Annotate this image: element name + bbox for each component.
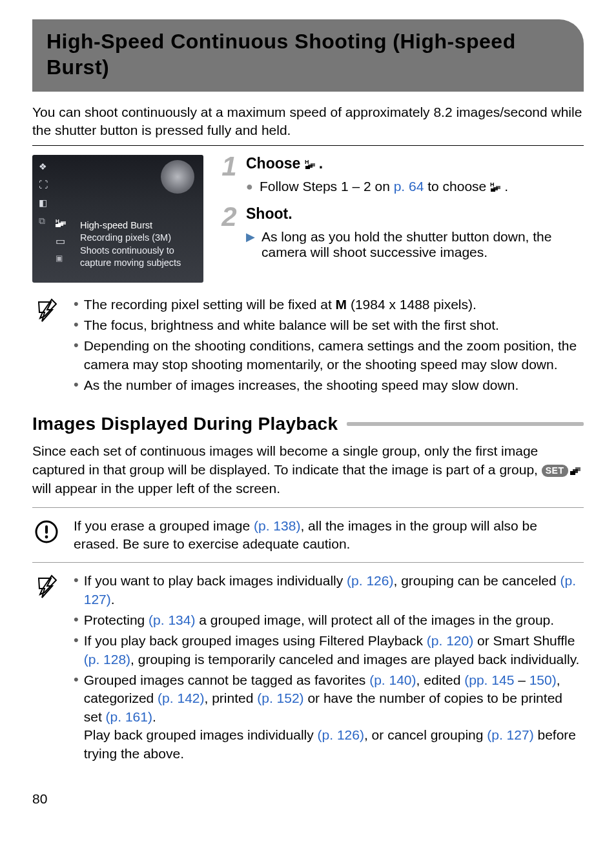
- note1-item1: The recording pixel setting will be fixe…: [84, 296, 584, 314]
- link-p127b[interactable]: (p. 127): [487, 727, 533, 742]
- step-2-body: As long as you hold the shutter button d…: [262, 229, 584, 260]
- link-p152[interactable]: (p. 152): [257, 691, 303, 705]
- camera-desc-3: capture moving subjects: [80, 257, 181, 270]
- note2-item3: If you play back grouped images using Fi…: [84, 632, 584, 669]
- caution-block: If you erase a grouped image (p. 138), a…: [32, 517, 584, 554]
- note2-item1: If you want to play back images individu…: [84, 572, 584, 609]
- burst-icon: H: [56, 217, 70, 228]
- step-number-2: 2: [218, 205, 241, 260]
- section2-paragraph: Since each set of continuous images will…: [32, 442, 584, 498]
- svg-rect-14: [575, 467, 580, 471]
- link-p142[interactable]: (p. 142): [158, 691, 204, 705]
- set-badge-icon: SET: [542, 465, 568, 477]
- camera-mode-label: High-speed Burst: [80, 219, 181, 232]
- bullet-icon: ●: [246, 179, 253, 195]
- note1-item3: Depending on the shooting conditions, ca…: [84, 337, 584, 374]
- pixel-icon: ▭: [56, 235, 70, 247]
- svg-text:H: H: [305, 159, 309, 165]
- note1-item4: As the number of images increases, the s…: [84, 376, 584, 394]
- intro-paragraph: You can shoot continuously at a maximum …: [32, 103, 584, 140]
- page-title-banner: High-Speed Continuous Shooting (High-spe…: [32, 19, 584, 92]
- link-p120[interactable]: (p. 120): [427, 633, 473, 648]
- divider: [32, 507, 584, 508]
- section-heading: Images Displayed During Playback: [32, 414, 584, 434]
- svg-rect-11: [496, 186, 500, 189]
- link-p128[interactable]: (p. 128): [84, 652, 130, 667]
- link-150[interactable]: 150): [529, 672, 557, 687]
- result-arrow-icon: ▶: [246, 229, 255, 260]
- pencil-notes-icon: [36, 298, 57, 323]
- link-p140[interactable]: (p. 140): [369, 672, 416, 687]
- caution-icon: [34, 520, 59, 544]
- camera-desc-2: Shoots continuously to: [80, 245, 181, 257]
- svg-point-17: [45, 535, 48, 538]
- camera-mode-icons: H ▭ ▣: [56, 217, 70, 263]
- step-number-1: 1: [218, 155, 241, 195]
- link-pp145[interactable]: (pp. 145: [464, 672, 514, 687]
- note2-item2: Protecting (p. 134) a grouped image, wil…: [84, 611, 584, 629]
- notes-block-2: • If you want to play back images indivi…: [32, 572, 584, 765]
- divider: [32, 562, 584, 563]
- caution-text: If you erase a grouped image (p. 138), a…: [74, 517, 584, 554]
- notes-block-1: •The recording pixel setting will be fix…: [32, 296, 584, 398]
- link-p138[interactable]: (p. 138): [254, 518, 300, 533]
- step-1-heading: Choose H.: [246, 155, 508, 172]
- camera-screenshot: ❖ ⛶ ◧ ⧉ H ▭ ▣ High-speed Burst Recording…: [32, 155, 203, 283]
- step-2-heading: Shoot.: [246, 205, 584, 223]
- pencil-notes-icon: [36, 574, 57, 599]
- link-p161[interactable]: (p. 161): [106, 709, 152, 724]
- camera-desc-1: Recording pixels (3M): [80, 232, 181, 245]
- link-p64[interactable]: p. 64: [394, 179, 424, 194]
- link-p126b[interactable]: (p. 126): [318, 727, 364, 742]
- svg-rect-7: [311, 163, 315, 167]
- page-title: High-Speed Continuous Shooting (High-spe…: [46, 28, 570, 80]
- video-icon: ▣: [56, 254, 70, 263]
- link-p134[interactable]: (p. 134): [149, 612, 195, 627]
- link-p126[interactable]: (p. 126): [347, 573, 393, 588]
- note1-item2: The focus, brightness and white balance …: [84, 316, 584, 334]
- burst-mode-icon: H: [305, 159, 319, 170]
- svg-text:H: H: [490, 181, 495, 188]
- svg-rect-3: [61, 221, 66, 225]
- burst-mode-icon: H: [490, 181, 504, 193]
- step-1-body: Follow Steps 1 – 2 on p. 64 to choose H.: [260, 179, 508, 195]
- svg-rect-16: [45, 525, 48, 534]
- page-number: 80: [32, 791, 584, 807]
- camera-left-icons: ❖ ⛶ ◧ ⧉: [39, 161, 48, 227]
- divider: [32, 145, 584, 146]
- note2-item4: Grouped images cannot be tagged as favor…: [84, 671, 584, 763]
- group-burst-icon: [570, 461, 584, 479]
